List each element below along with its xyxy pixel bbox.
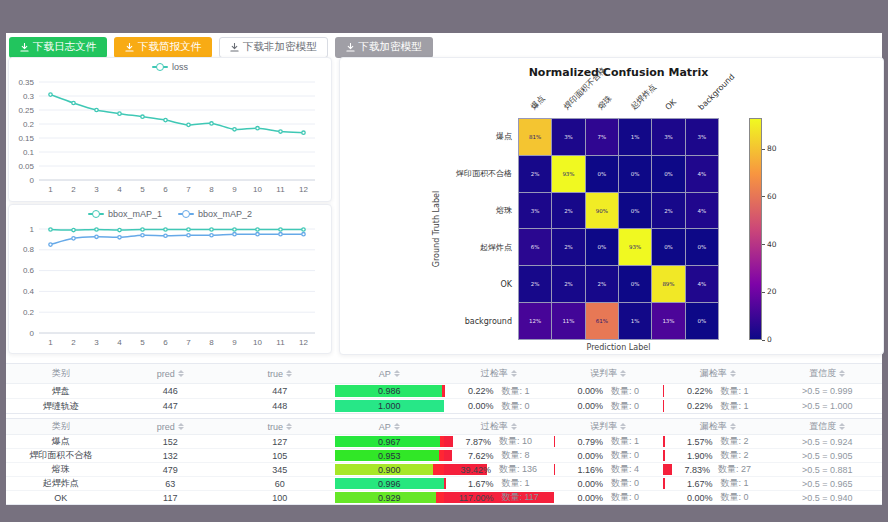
column-header-pred[interactable]: pred: [116, 364, 226, 384]
svg-text:11: 11: [276, 185, 285, 194]
misjudge-rate-cell: 0.79%数量: 1: [554, 435, 664, 449]
download-encrypted-model-button[interactable]: 下载加密模型: [335, 37, 433, 58]
rate-percent: 0.00%: [577, 479, 603, 489]
svg-text:0: 0: [30, 329, 35, 338]
svg-text:0.1: 0.1: [23, 148, 35, 157]
column-header-pred[interactable]: pred: [116, 419, 226, 435]
legend-item-bbox-map-1[interactable]: bbox_mAP_1: [88, 209, 162, 219]
rate-count: 数量: 2: [721, 435, 749, 448]
matrix-cell: 0%: [619, 156, 651, 192]
matrix-cell: 93%: [552, 156, 584, 192]
legend-item-bbox-map-2[interactable]: bbox_mAP_2: [178, 209, 252, 219]
matrix-cell: 1%: [619, 303, 651, 339]
rate-count: 数量: 0: [611, 477, 639, 490]
rate-percent: 1.16%: [577, 465, 603, 475]
confidence-value: >0.5 = 0.940: [802, 493, 853, 503]
matrix-cell: 2%: [519, 156, 551, 192]
line-series-icon: [88, 210, 104, 218]
table-row: 熔珠4793450.90039.42%数量: 1361.16%数量: 47.83…: [6, 463, 882, 477]
confidence-value: >0.5 = 1.000: [802, 401, 853, 411]
rate-count: 数量: 0: [721, 491, 749, 504]
column-header-label: AP: [379, 422, 391, 432]
button-label: 下载简报文件: [138, 40, 201, 54]
column-header-漏检率[interactable]: 漏检率: [663, 364, 773, 384]
rate-percent: 1.67%: [468, 479, 494, 489]
matrix-cell: 0%: [619, 266, 651, 302]
line-series-icon: [152, 63, 168, 71]
rate-count: 数量: 27: [718, 463, 751, 476]
sort-icon: [620, 423, 626, 430]
ap-value: 0.953: [335, 449, 445, 462]
loss-chart-card: loss 00.050.10.150.20.250.30.35123456789…: [8, 57, 332, 202]
column-header-过检率[interactable]: 过检率: [444, 419, 554, 435]
class-cell: 起焊炸点: [6, 477, 116, 491]
rate-percent: 0.79%: [577, 437, 603, 447]
sort-icon: [178, 423, 184, 430]
pred-cell: 152: [116, 435, 226, 449]
svg-text:9: 9: [232, 338, 237, 347]
rate-count: 数量: 1: [611, 435, 639, 448]
ap-cell: 0.986: [335, 384, 445, 399]
matrix-cell: 3%: [686, 119, 718, 155]
table-row: 焊印面积不合格1321050.9537.62%数量: 80.00%数量: 01.…: [6, 449, 882, 463]
download-icon: [125, 43, 134, 52]
rate-percent: 0.22%: [687, 386, 713, 396]
matrix-row-label: 起焊炸点: [340, 229, 512, 266]
sort-icon: [730, 423, 736, 430]
column-header-置信度[interactable]: 置信度: [773, 364, 883, 384]
ap-cell: 0.953: [335, 449, 445, 463]
rate-percent: 0.00%: [577, 451, 603, 461]
svg-text:7: 7: [186, 338, 191, 347]
over-rate-cell: 39.42%数量: 136: [444, 463, 554, 477]
matrix-cell: 4%: [686, 156, 718, 192]
misjudge-rate-cell: 0.00%数量: 0: [554, 491, 664, 505]
svg-text:4: 4: [117, 338, 122, 347]
download-plain-model-button[interactable]: 下载非加密模型: [219, 37, 328, 58]
matrix-cell: 1%: [619, 119, 651, 155]
rate-percent: 0.22%: [468, 386, 494, 396]
true-cell: 345: [225, 463, 335, 477]
loss-chart: 00.050.10.150.20.250.30.3512345678910111…: [9, 76, 329, 196]
miss-rate-cell: 1.57%数量: 2: [663, 435, 773, 449]
column-header-AP[interactable]: AP: [335, 364, 445, 384]
legend-label: loss: [172, 62, 188, 72]
column-header-label: true: [267, 369, 283, 379]
matrix-row-label: 熔珠: [340, 192, 512, 229]
svg-text:6: 6: [163, 185, 168, 194]
column-header-误判率[interactable]: 误判率: [554, 419, 664, 435]
column-header-过检率[interactable]: 过检率: [444, 364, 554, 384]
table-row: 爆点1521270.9677.87%数量: 100.79%数量: 11.57%数…: [6, 435, 882, 449]
column-header-误判率[interactable]: 误判率: [554, 364, 664, 384]
svg-text:1: 1: [30, 225, 35, 234]
metrics-tables: 类别predtrueAP过检率误判率漏检率置信度焊盘4464470.9860.2…: [6, 363, 882, 505]
rate-percent: 39.42%: [460, 465, 491, 475]
legend-item-loss[interactable]: loss: [152, 62, 188, 72]
misjudge-rate-cell: 0.00%数量: 0: [554, 449, 664, 463]
confidence-cell: >0.5 = 1.000: [773, 399, 883, 414]
column-header-true[interactable]: true: [225, 419, 335, 435]
true-cell: 60: [225, 477, 335, 491]
svg-text:10: 10: [253, 185, 262, 194]
column-header-AP[interactable]: AP: [335, 419, 445, 435]
svg-text:0.6: 0.6: [23, 266, 35, 275]
misjudge-rate-cell: 0.00%数量: 0: [554, 399, 664, 414]
svg-text:3: 3: [94, 185, 99, 194]
matrix-cell: 3%: [552, 119, 584, 155]
download-log-button[interactable]: 下载日志文件: [9, 37, 107, 58]
rate-count: 数量: 0: [611, 400, 639, 413]
column-header-true[interactable]: true: [225, 364, 335, 384]
sort-icon: [286, 423, 292, 430]
rate-percent: 0.00%: [577, 401, 603, 411]
column-header-置信度[interactable]: 置信度: [773, 419, 883, 435]
matrix-cell: 0%: [586, 229, 618, 265]
confidence-cell: >0.5 = 0.999: [773, 384, 883, 399]
miss-rate-cell: 7.83%数量: 27: [663, 463, 773, 477]
svg-text:8: 8: [209, 185, 214, 194]
true-cell: 448: [225, 399, 335, 414]
table-row: 焊缝轨迹4474481.0000.00%数量: 00.00%数量: 00.22%…: [6, 399, 882, 414]
over-rate-cell: 7.62%数量: 8: [444, 449, 554, 463]
column-header-漏检率[interactable]: 漏检率: [663, 419, 773, 435]
download-report-button[interactable]: 下载简报文件: [114, 37, 212, 58]
over-rate-cell: 7.87%数量: 10: [444, 435, 554, 449]
svg-text:9: 9: [232, 185, 237, 194]
